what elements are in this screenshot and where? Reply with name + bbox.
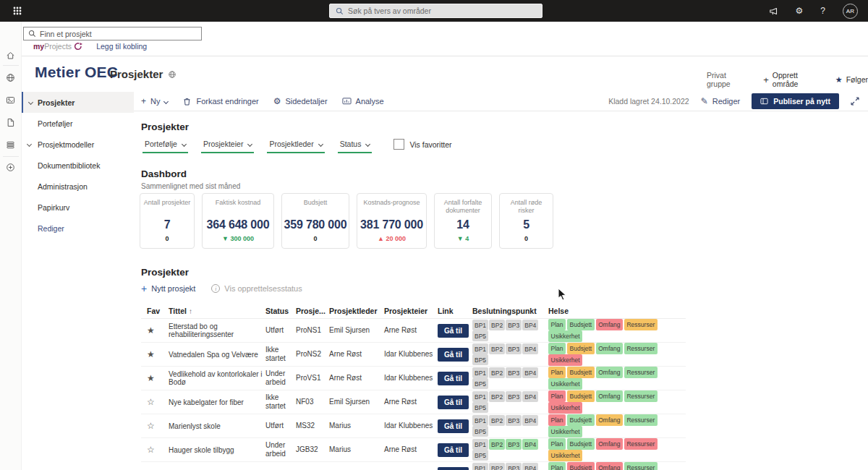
bp-chip: BP1	[472, 439, 488, 450]
filter-status-dropdown[interactable]: Status	[338, 138, 373, 153]
table-row[interactable]: ★ Vedlikehold av kontorlokaler i Bodø Un…	[141, 367, 686, 390]
bp-chip: BP1	[472, 343, 488, 354]
site-brand[interactable]: Metier OEC	[35, 64, 118, 81]
plus-icon: +	[141, 283, 147, 294]
global-search[interactable]	[329, 4, 542, 18]
project-title[interactable]: Etterstad bo og rehabiliteringssenter	[169, 322, 265, 338]
bp-chip: BP1	[472, 320, 488, 330]
filter-prosjekteier-dropdown[interactable]: Prosjekteier	[201, 138, 254, 153]
favorite-star-icon[interactable]: ☆	[147, 397, 155, 407]
home-icon[interactable]	[6, 51, 15, 60]
kpi-card-rode-risker[interactable]: Antall røde risker50	[499, 193, 553, 249]
new-button[interactable]: +Ny	[141, 97, 168, 106]
favorite-star-icon[interactable]: ★	[147, 373, 155, 383]
table-row[interactable]: ☆ Nye kabelgater for fiber Ikke startet …	[141, 390, 686, 414]
republish-button[interactable]: Publiser på nytt	[752, 93, 839, 109]
add-link-button[interactable]: Legg til kobling	[96, 42, 147, 51]
myprojects-logo[interactable]: myProjects	[33, 41, 83, 51]
col-fav[interactable]: Fav	[141, 307, 169, 315]
find-project-input[interactable]	[40, 30, 197, 38]
kpi-card-budsjett[interactable]: Budsjett359 780 0000	[281, 193, 349, 249]
col-helse[interactable]: Helse	[548, 307, 686, 315]
kpi-card-forfalte-dokumenter[interactable]: Antall forfalte dokumenter14▼ 4	[434, 193, 492, 249]
col-prosjektleder[interactable]: Prosjektleder	[329, 307, 384, 315]
sidebar-item-dokumentbibliotek[interactable]: Dokumentbibliotek	[22, 155, 134, 176]
health-chip: Omfang	[596, 367, 623, 378]
user-avatar[interactable]: AR	[843, 4, 858, 19]
col-prosjekteier[interactable]: Prosjekteier	[384, 307, 438, 315]
col-beslutningspunkt[interactable]: Beslutningspunkt	[472, 307, 548, 315]
page-icon[interactable]	[6, 118, 15, 127]
go-to-project-button[interactable]: Gå til	[438, 372, 469, 385]
settings-gear-icon[interactable]: ⚙	[796, 7, 804, 15]
favorite-star-icon[interactable]: ★	[147, 325, 155, 336]
kpi-card-faktisk-kostnad[interactable]: Faktisk kostnad364 648 000▼ 300 000	[202, 193, 274, 249]
table-row[interactable]: Gå til BP1BP2BP3BP4BP5 PlanBudsjettOmfan…	[141, 462, 686, 470]
bp-chip: BP1	[472, 367, 488, 378]
image-icon[interactable]	[6, 95, 15, 105]
new-project-button[interactable]: +Nytt prosjekt	[141, 283, 195, 294]
filter-portefolje-dropdown[interactable]: Portefølje	[142, 138, 188, 153]
health-chip: Omfang	[596, 390, 623, 402]
sidebar-item-administrasjon[interactable]: Administrasjon	[22, 176, 134, 197]
project-title[interactable]: Nye kabelgater for fiber	[169, 398, 265, 406]
sidebar-item-papirkurv[interactable]: Papirkurv	[22, 197, 134, 218]
app-launcher-icon[interactable]	[13, 7, 22, 15]
checkbox-box[interactable]	[393, 139, 404, 150]
project-owner: Idar Klubbenes	[384, 422, 438, 431]
table-row[interactable]: ☆ Hauger skole tilbygg Under arbeid JGB3…	[141, 438, 686, 462]
go-to-project-button[interactable]: Gå til	[438, 324, 469, 338]
find-project-search[interactable]	[23, 27, 202, 40]
add-circle-icon[interactable]	[6, 163, 15, 172]
favorite-star-icon[interactable]: ☆	[147, 421, 155, 431]
table-row[interactable]: ☆ Marienlyst skole Utført MS32 Marius Id…	[141, 414, 686, 438]
global-search-input[interactable]	[348, 7, 536, 15]
project-leader: Emil Sjursen	[329, 398, 384, 407]
globe-icon[interactable]	[6, 73, 15, 82]
search-icon	[336, 7, 344, 15]
table-row[interactable]: ★ Vatnedalen Spa og Velvære Ikke startet…	[141, 343, 686, 367]
col-link[interactable]: Link	[438, 307, 472, 315]
command-bar: +Ny Forkast endringer ⚙Sidedetaljer Anal…	[134, 92, 868, 111]
col-prosjektid[interactable]: Prosje...	[296, 307, 329, 315]
project-leader: Arne Røst	[329, 350, 384, 359]
sidebar-item-prosjekter[interactable]: Prosjekter	[22, 92, 134, 113]
favorite-star-icon[interactable]: ★	[147, 349, 155, 359]
table-row[interactable]: ★ Etterstad bo og rehabiliteringssenter …	[141, 319, 686, 343]
mouse-cursor	[558, 288, 567, 301]
favorite-star-icon[interactable]: ☆	[147, 445, 155, 455]
kpi-card-kostnadsprognose[interactable]: Kostnads-prognose381 770 000▲ 20 000	[357, 193, 427, 249]
discard-changes-button[interactable]: Forkast endringer	[182, 97, 258, 106]
edit-button[interactable]: ✎Rediger	[701, 97, 741, 106]
expand-icon[interactable]	[851, 97, 859, 106]
analyze-button[interactable]: Analyse	[342, 97, 384, 106]
go-to-project-button[interactable]: Gå til	[438, 396, 469, 409]
project-title[interactable]: Hauger skole tilbygg	[169, 446, 265, 454]
search-icon	[28, 30, 36, 38]
kpi-card-antall-prosjekter[interactable]: Antall prosjekter70	[140, 193, 195, 249]
chevron-down-icon	[318, 141, 323, 146]
bp-chip: BP4	[522, 320, 538, 330]
sidebar-item-rediger[interactable]: Rediger	[22, 218, 134, 239]
page-details-button[interactable]: ⚙Sidedetaljer	[273, 97, 328, 106]
create-area-button[interactable]: +Opprett område	[763, 71, 820, 88]
follow-button[interactable]: ★Følger	[835, 75, 868, 85]
bp-chip: BP1	[472, 463, 488, 470]
project-title[interactable]: Vatnedalen Spa og Velvære	[169, 351, 265, 359]
project-title[interactable]: Marienlyst skole	[169, 422, 265, 430]
go-to-project-button[interactable]: Gå til	[438, 443, 469, 457]
sidebar-item-portefoljer[interactable]: Porteføljer	[22, 113, 134, 134]
megaphone-icon[interactable]	[768, 7, 778, 16]
go-to-project-button[interactable]: Gå til	[438, 467, 469, 470]
col-tittel[interactable]: Tittel↑	[169, 307, 265, 315]
health-chip: Plan	[548, 438, 566, 450]
col-status[interactable]: Status	[265, 307, 296, 315]
go-to-project-button[interactable]: Gå til	[438, 419, 469, 433]
list-stack-icon[interactable]	[6, 140, 15, 150]
filter-prosjektleder-dropdown[interactable]: Prosjektleder	[267, 138, 324, 153]
go-to-project-button[interactable]: Gå til	[438, 348, 469, 362]
project-title[interactable]: Vedlikehold av kontorlokaler i Bodø	[169, 370, 265, 386]
sidebar-item-prosjektmodeller[interactable]: Prosjektmodeller	[22, 134, 134, 155]
help-icon[interactable]: ?	[820, 7, 825, 15]
show-favorites-checkbox[interactable]: Vis favoritter	[393, 139, 451, 150]
